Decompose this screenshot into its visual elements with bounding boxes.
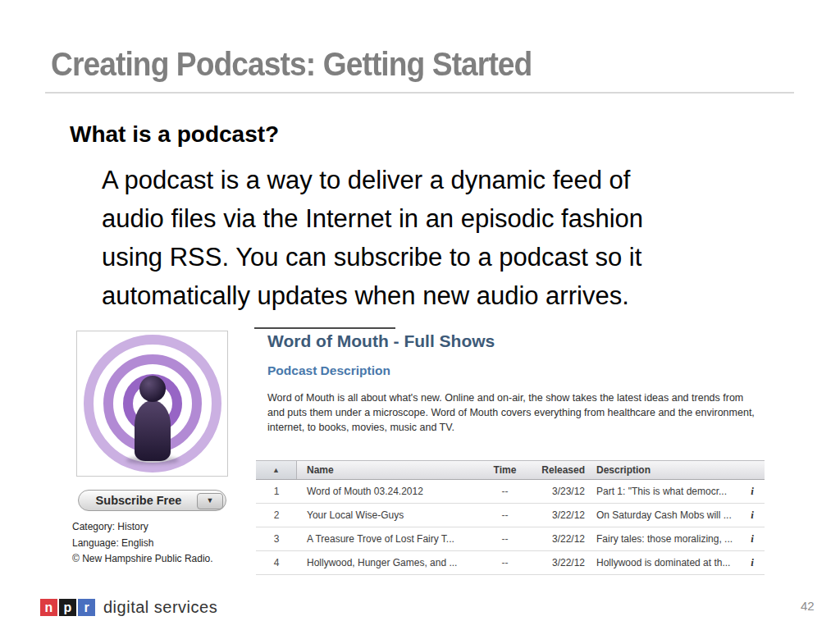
podcast-meta-line: © New Hampshire Public Radio. <box>72 551 213 568</box>
episode-number: 3 <box>256 533 297 545</box>
screenshot-crop-edge <box>254 327 395 329</box>
info-icon[interactable]: i <box>740 485 765 498</box>
episode-released: 3/22/12 <box>541 509 590 521</box>
info-icon[interactable]: i <box>740 509 765 522</box>
column-header-description[interactable]: Description <box>590 464 740 476</box>
podcast-description-text: Word of Mouth is all about what's new. O… <box>267 390 765 435</box>
npr-logo-r-block: r <box>78 599 95 616</box>
podcast-person-head <box>139 376 166 402</box>
podcast-meta-line: Category: History <box>72 519 213 536</box>
episode-table-header: ▲ Name Time Released Description <box>256 460 765 480</box>
subscribe-free-label: Subscribe Free <box>79 491 199 510</box>
episode-name: Hollywood, Hunger Games, and ... <box>297 557 469 568</box>
info-icon[interactable]: i <box>740 556 765 569</box>
podcast-person-body <box>135 400 171 461</box>
episode-description: Hollywood is dominated at th... <box>590 557 740 568</box>
podcast-description-line: and puts them under a microscope. Word o… <box>267 405 765 420</box>
body-line: audio files via the Internet in an episo… <box>102 199 643 238</box>
slide-page-number: 42 <box>801 599 815 613</box>
episode-name: A Treasure Trove of Lost Fairy T... <box>297 533 469 545</box>
episode-time: -- <box>469 557 541 568</box>
podcast-album-art <box>76 331 228 477</box>
column-header-time[interactable]: Time <box>469 464 541 476</box>
sort-ascending-icon: ▲ <box>272 466 280 474</box>
npr-logo-n-block: n <box>40 599 57 616</box>
podcast-meta: Category: HistoryLanguage: English© New … <box>72 519 213 568</box>
page-title: Creating Podcasts: Getting Started <box>51 46 532 83</box>
npr-logo-wordmark: digital services <box>103 598 217 617</box>
title-divider <box>45 92 794 94</box>
body-paragraph: A podcast is a way to deliver a dynamic … <box>102 161 643 315</box>
body-line: A podcast is a way to deliver a dynamic … <box>102 161 643 199</box>
table-row[interactable]: 3 A Treasure Trove of Lost Fairy T... --… <box>256 527 765 551</box>
section-heading: What is a podcast? <box>70 121 279 148</box>
subscribe-free-button[interactable]: Subscribe Free ▼ <box>78 490 226 511</box>
episode-description: Part 1: "This is what democr... <box>590 486 740 497</box>
episode-released: 3/22/12 <box>541 533 590 545</box>
podcast-description-line: internet, to books, movies, music and TV… <box>267 420 765 435</box>
podcast-show-title: Word of Mouth - Full Shows <box>267 331 495 351</box>
episode-name: Word of Mouth 03.24.2012 <box>297 486 469 497</box>
episode-released: 3/22/12 <box>541 557 590 568</box>
episode-time: -- <box>469 509 541 521</box>
column-header-released[interactable]: Released <box>541 464 590 476</box>
sort-column-header[interactable]: ▲ <box>256 461 297 479</box>
episode-table: ▲ Name Time Released Description 1 Word … <box>256 460 765 575</box>
table-row[interactable]: 2 Your Local Wise-Guys -- 3/22/12 On Sat… <box>256 504 765 527</box>
body-line: automatically updates when new audio arr… <box>102 276 643 315</box>
subscribe-dropdown-button[interactable]: ▼ <box>197 493 223 509</box>
info-icon[interactable]: i <box>740 532 765 546</box>
body-line: using RSS. You can subscribe to a podcas… <box>102 238 643 276</box>
episode-table-body: 1 Word of Mouth 03.24.2012 -- 3/23/12 Pa… <box>256 480 765 575</box>
column-header-name[interactable]: Name <box>297 464 469 476</box>
episode-description: Fairy tales: those moralizing, ... <box>590 533 740 545</box>
episode-number: 1 <box>256 486 297 497</box>
podcast-description-heading: Podcast Description <box>267 363 390 378</box>
table-row[interactable]: 1 Word of Mouth 03.24.2012 -- 3/23/12 Pa… <box>256 480 765 504</box>
episode-time: -- <box>469 486 541 497</box>
npr-logo-p-block: p <box>59 599 76 616</box>
table-row[interactable]: 4 Hollywood, Hunger Games, and ... -- 3/… <box>256 551 765 575</box>
episode-number: 2 <box>256 509 297 521</box>
chevron-down-icon: ▼ <box>207 496 214 504</box>
podcast-meta-line: Language: English <box>72 536 213 552</box>
podcast-description-line: Word of Mouth is all about what's new. O… <box>267 390 765 405</box>
episode-time: -- <box>469 533 541 545</box>
episode-description: On Saturday Cash Mobs will ... <box>590 509 740 521</box>
episode-number: 4 <box>256 557 297 568</box>
episode-name: Your Local Wise-Guys <box>297 509 469 521</box>
npr-digital-services-logo: n p r digital services <box>40 598 217 617</box>
episode-released: 3/23/12 <box>541 486 590 497</box>
